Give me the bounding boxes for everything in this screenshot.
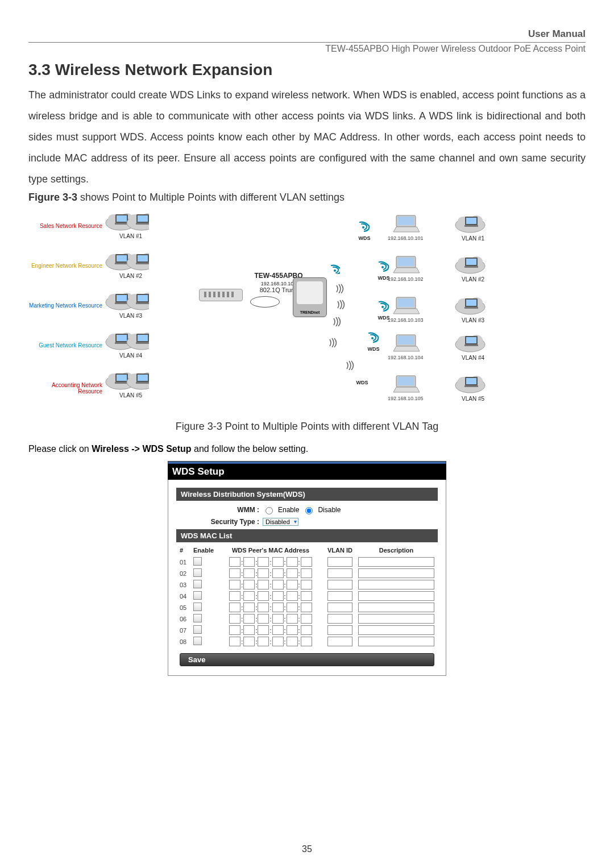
vlan-label: VLAN #4 [462,355,484,361]
res-label-engineer: Engineer Network Resource [28,263,102,269]
table-header: # Enable WDS Peer's MAC Address VLAN ID … [180,547,434,554]
description-input[interactable] [358,557,434,567]
monitor-icon [126,210,149,231]
row-number: 06 [180,616,193,622]
access-point-icon: TRENDnet [293,277,327,317]
header-right: User Manual [28,28,586,40]
col-vlan: VLAN ID [322,547,358,554]
wifi-icon [354,331,393,346]
vlan-id-input[interactable] [327,614,352,624]
vlan-id-input[interactable] [327,568,352,578]
wmm-row: WMM : Enable Disable [180,505,434,514]
res-label-marketing: Marketing Network Resource [28,302,102,309]
col-enable: Enable [193,547,219,554]
wds-node: WDS [342,380,382,385]
mac-address-input[interactable]: ::::: [219,625,322,635]
section-title: 3.3 Wireless Network Expansion [28,61,586,79]
figure-reference: Figure 3-3 shows Point to Multiple Point… [28,192,586,203]
enable-checkbox[interactable] [193,603,202,611]
col-num: # [180,547,193,554]
vlan-id-input[interactable] [327,625,352,635]
table-row: 03::::: [180,580,434,589]
mac-address-input[interactable]: ::::: [219,580,322,589]
description-input[interactable] [358,603,434,612]
ap-ip: 192.168.10.100 [261,281,297,286]
table-row: 07::::: [180,625,434,635]
description-input[interactable] [358,568,434,578]
laptop-icon [392,215,421,234]
res-label-guest: Guest Network Resource [28,342,102,348]
panel-title: WDS Setup [168,464,446,480]
mac-address-input[interactable]: ::::: [219,603,322,612]
table-row: 06::::: [180,614,434,624]
save-button[interactable]: Save [180,653,434,666]
ip-label: 192.168.10.103 [388,317,424,323]
enable-checkbox[interactable] [193,591,202,600]
vlan-label: VLAN #2 [462,276,484,283]
vlan-id-input[interactable] [327,591,352,601]
signal-icon [329,337,339,350]
ap-brand: TRENDnet [293,310,326,314]
mac-address-input[interactable]: ::::: [219,557,322,567]
enable-checkbox[interactable] [193,580,202,588]
wds-node: WDS [354,331,393,352]
mac-address-input[interactable]: ::::: [219,568,322,578]
enable-checkbox[interactable] [193,625,202,634]
description-input[interactable] [358,580,434,589]
mac-address-input[interactable]: ::::: [219,637,322,646]
row-number: 07 [180,627,193,634]
laptop-icon [392,297,421,316]
description-input[interactable] [358,591,434,601]
row-number: 04 [180,593,193,600]
wmm-enable-radio[interactable] [265,507,273,514]
figure-ref-rest: shows Point to Multiple Points with diff… [77,192,345,203]
vlan-id-input[interactable] [327,557,352,567]
description-input[interactable] [358,625,434,635]
security-type-label: Security Type : [180,518,259,526]
table-row: 08::::: [180,637,434,646]
wmm-disable-radio[interactable] [305,507,313,514]
section-header-maclist: WDS MAC List [176,529,438,542]
security-type-select[interactable]: Disabled [263,518,298,526]
ip-label: 192.168.10.101 [388,235,424,241]
mac-address-input[interactable]: ::::: [219,614,322,624]
vlan-label: VLAN #3 [462,317,484,323]
section-header-wds: Wireless Distribution System(WDS) [176,488,438,501]
vlan-label: VLAN #5 [119,392,142,398]
table-row: 02::::: [180,568,434,578]
instruction-post: and follow the below setting. [192,444,308,454]
figure-caption: Figure 3-3 Point to Multiple Points with… [28,421,586,433]
vlan-id-input[interactable] [327,580,352,589]
switch-icon [199,289,243,301]
enable-checkbox[interactable] [193,568,202,577]
header-sub: TEW-455APBO High Power Wireless Outdoor … [28,44,586,54]
vlan-label: VLAN #4 [119,352,142,359]
instruction: Please click on Wireless -> WDS Setup an… [28,444,586,454]
description-input[interactable] [358,614,434,624]
wds-label: WDS [345,235,384,241]
mac-address-input[interactable]: ::::: [219,591,322,601]
figure-ref-bold: Figure 3-3 [28,192,77,203]
description-input[interactable] [358,637,434,646]
enable-checkbox[interactable] [193,614,202,622]
row-number: 01 [180,559,193,566]
vlan-id-input[interactable] [327,637,352,646]
cloud-icon [455,213,489,236]
laptop-icon [392,334,421,354]
wmm-label: WMM : [180,506,259,514]
wds-global: WDS [345,221,384,241]
wds-label: WDS [354,346,393,352]
instruction-pre: Please click on [28,444,92,454]
enable-checkbox[interactable] [193,637,202,645]
res-label-sales: Sales Network Resource [28,223,102,229]
row-number: 03 [180,582,193,588]
instruction-bold: Wireless -> WDS Setup [92,444,191,454]
enable-checkbox[interactable] [193,557,202,566]
vlan-label: VLAN #5 [462,396,484,402]
row-number: 02 [180,570,193,577]
monitor-icon [126,290,149,310]
col-desc: Description [358,547,434,554]
signal-icon [337,299,347,312]
vlan-id-input[interactable] [327,603,352,612]
row-number: 05 [180,604,193,611]
